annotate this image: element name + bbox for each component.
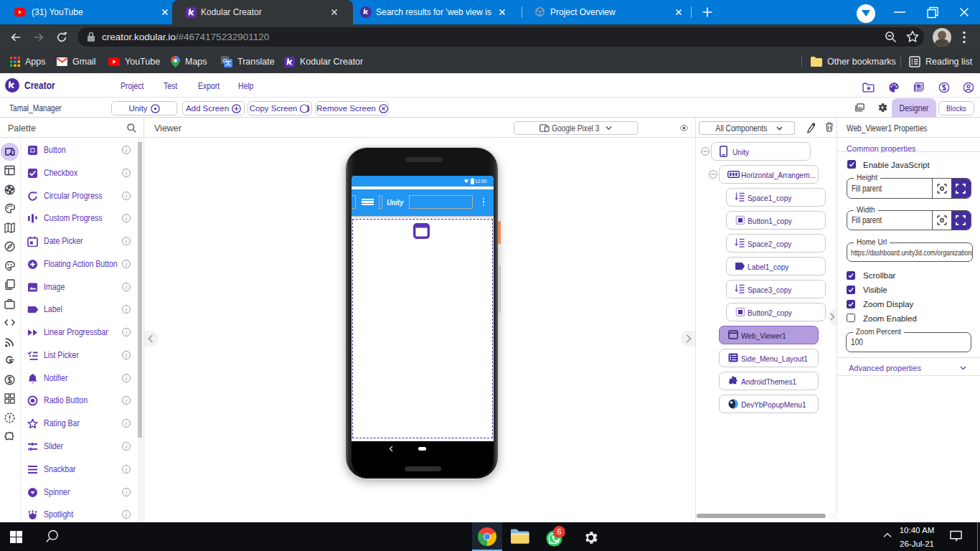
svg-text:G: G [222,57,227,64]
